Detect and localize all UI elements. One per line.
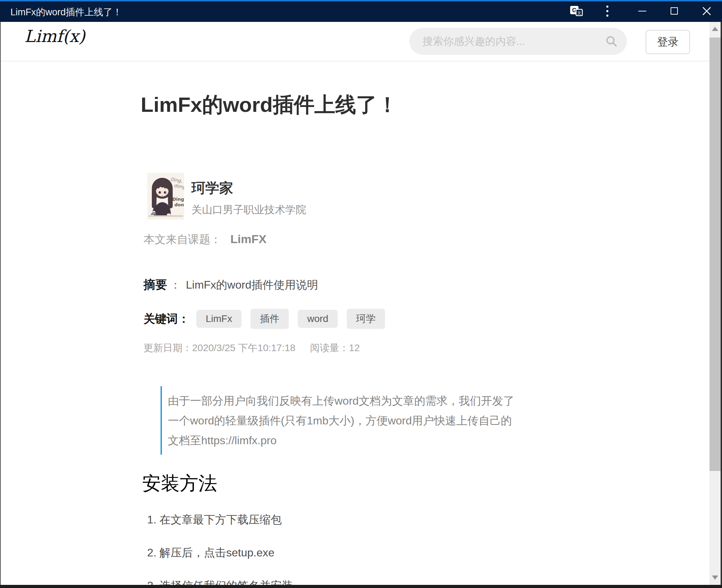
abstract-label: 摘要 [143,278,167,291]
login-button[interactable]: 登录 [646,30,690,54]
abstract-text: LimFx的word插件使用说明 [186,279,318,291]
keywords-row: 关键词： LimFx 插件 word 珂学 [143,309,394,329]
views-label: 阅读量： [310,342,349,353]
window-title: LimFx的word插件上线了！ [10,6,122,18]
meta-row: 更新日期：2020/3/25 下午10:17:18阅读量：12 [143,341,360,355]
keyword-tag[interactable]: word [298,310,338,328]
article-blockquote: 由于一部分用户向我们反映有上传word文档为文章的需求，我们开发了 一个word… [161,386,534,455]
abstract-row: 摘要：LimFx的word插件使用说明 [143,277,318,293]
keyword-tag[interactable]: 插件 [251,309,289,329]
update-date-value: 2020/3/25 下午10:17:18 [192,342,295,353]
install-step: 在文章最下方下载压缩包 [159,511,293,528]
app-window: LimFx的word插件上线了！ G 文 Limf(x) 登录 [0,0,722,588]
install-steps-list: 在文章最下方下载压缩包 解压后，点击setup.exe 选择信任我们的签名并安装 [143,511,293,588]
install-step: 解压后，点击setup.exe [159,544,293,561]
scrollbar-thumb[interactable] [709,38,721,471]
article-title: LimFx的word插件上线了！ [141,91,398,119]
maximize-button[interactable] [664,0,684,22]
keyword-tag[interactable]: LimFx [196,310,241,328]
menu-dots-icon[interactable] [600,0,614,22]
minimize-button[interactable] [632,0,652,22]
topic-link[interactable]: LimFX [230,232,266,246]
quote-line: 一个word的轻量级插件(只有1mb大小)，方便word用户快速上传自己的 [168,411,534,431]
abstract-separator: ： [170,279,181,291]
minimize-icon [638,11,646,11]
search-icon[interactable] [605,35,618,48]
svg-text:文: 文 [577,10,581,15]
scroll-up-arrow-icon[interactable] [712,27,718,31]
avatar-caption-4: dong [174,202,184,207]
keyword-tag[interactable]: 珂学 [347,309,385,329]
author-affiliation: 关山口男子职业技术学院 [191,203,306,217]
translate-icon-glyph: G 文 [569,5,583,17]
window-bottom-edge [0,585,722,588]
avatar-caption-3: Ding- [172,197,184,202]
window-left-border [0,22,1,585]
vertical-scrollbar[interactable] [709,22,721,585]
window-right-border [721,22,722,588]
update-date-label: 更新日期： [143,342,192,353]
site-logo[interactable]: Limf(x) [24,26,85,46]
section-heading-install: 安装方法 [142,471,217,496]
scroll-down-arrow-icon[interactable] [712,575,718,580]
search-input[interactable] [409,28,627,55]
maximize-icon [671,7,678,15]
search-box [409,28,627,55]
titlebar: LimFx的word插件上线了！ G 文 [0,0,722,22]
author-avatar[interactable]: Ding, dong Ding- dong [147,173,184,220]
topic-label: 本文来自课题： [143,233,221,246]
close-icon [702,7,711,16]
keywords-label: 关键词： [143,311,189,327]
topic-row: 本文来自课题：LimFX [143,232,266,247]
quote-line: 由于一部分用户向我们反映有上传word文档为文章的需求，我们开发了 [168,391,534,411]
quote-line: 文档至https://limfx.pro [168,431,534,450]
translate-icon[interactable]: G 文 [568,0,585,22]
close-button[interactable] [696,0,717,22]
views-value: 12 [349,342,360,353]
author-name[interactable]: 珂学家 [191,179,233,198]
